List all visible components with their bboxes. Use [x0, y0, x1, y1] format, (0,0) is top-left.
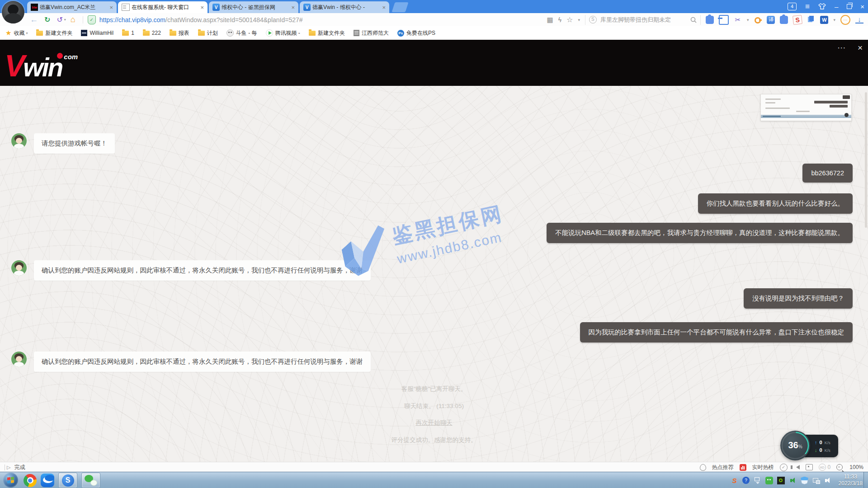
hot-recommend-toggle[interactable]: 热点推荐	[712, 464, 734, 471]
chat-close-icon[interactable]: ×	[858, 43, 863, 53]
memory-percent-ball[interactable]: 36 %	[780, 431, 810, 460]
search-box[interactable]: S 库里左脚韧带扭伤归期未定	[585, 15, 701, 25]
close-window-button[interactable]: ×	[860, 3, 864, 10]
bookmark-folder[interactable]: 报表	[170, 29, 189, 37]
site-security-shield-icon[interactable]: ✓	[88, 15, 96, 24]
extension-stamp-icon[interactable]: S	[793, 15, 802, 25]
download-manager-icon[interactable]: ↓	[855, 16, 863, 23]
tab-close-icon[interactable]: ×	[382, 4, 386, 11]
browser-profile-avatar[interactable]	[2, 1, 24, 23]
bookmark-williamhill[interactable]: WilliamHil	[81, 30, 113, 36]
tab-vwin-weiquan[interactable]: V 德赢Vwin - 维权中心 - ×	[300, 1, 389, 13]
extension-password-key-icon[interactable]	[754, 16, 762, 24]
tray-wechat-icon[interactable]	[765, 477, 773, 484]
folder-icon	[309, 31, 316, 36]
bookmark-folder[interactable]: 新建文件夹	[36, 29, 72, 37]
wechat-task-button[interactable]	[81, 473, 100, 488]
back-button[interactable]: ←	[30, 15, 38, 24]
repair-kit-icon[interactable]	[806, 464, 813, 470]
minimize-button[interactable]: –	[835, 3, 838, 10]
tab-vwin-ac-milan[interactable]: Vw 德赢Vwin.com_AC米兰 ×	[27, 1, 117, 13]
tab-weiquan-center[interactable]: V 维权中心 - 鉴黑担保网 ×	[209, 1, 298, 13]
search-engine-icon[interactable]: S	[589, 16, 597, 23]
browser-toolbar: ← ↻ ↺ ▾ ⌂ ✓ https://chat.vip8vip.com/cha…	[0, 13, 868, 27]
trending-toggle[interactable]: 实时热榜	[752, 464, 774, 471]
thunder-download-icon[interactable]	[41, 474, 54, 487]
extension-translate-icon[interactable]: 译	[767, 16, 775, 24]
folder-icon	[36, 31, 43, 36]
tab-close-icon[interactable]: ×	[291, 4, 295, 11]
ad-block-counter[interactable]: AD 0	[819, 464, 831, 471]
chrome-icon[interactable]	[24, 474, 37, 487]
extension-more-dots-icon[interactable]: ⋯	[840, 15, 850, 25]
mute-speaker-icon[interactable]	[796, 465, 800, 469]
tab-close-icon[interactable]: ×	[200, 4, 204, 11]
favorites-menu[interactable]: ★ 收藏 ▾	[5, 29, 28, 37]
bookmark-douyu[interactable]: 斗鱼 - 每	[226, 29, 257, 37]
tray-nvidia-icon[interactable]	[777, 477, 785, 484]
extension-word-icon[interactable]: W	[820, 16, 828, 24]
tray-security-shield-icon[interactable]	[801, 477, 808, 484]
favorites-dropdown-icon[interactable]: ▾	[26, 31, 28, 35]
zoom-level[interactable]: 100%	[849, 464, 863, 470]
security-check-icon[interactable]: ✓	[780, 464, 788, 471]
vwin-logo: Vwincom	[5, 48, 76, 83]
clock-date: 2022/3/18	[839, 480, 863, 487]
upload-arrow-icon: ↑	[815, 440, 817, 445]
extension-screenshot-icon[interactable]: ✂	[734, 16, 742, 24]
bookmark-folder[interactable]: 新建文件夹	[309, 29, 345, 37]
chat-more-icon[interactable]: ⋯	[837, 42, 846, 53]
chat-scrollbar[interactable]	[865, 92, 867, 228]
tab-count-badge[interactable]: 4	[788, 3, 797, 10]
logo-dot	[57, 53, 63, 59]
qr-code-icon[interactable]: ▦	[547, 16, 553, 24]
star-dropdown-icon[interactable]: ▾	[578, 18, 580, 22]
accelerator-lightning-icon[interactable]: ϟ	[558, 16, 561, 23]
show-desktop-button[interactable]	[863, 472, 868, 488]
bookmark-folder[interactable]: 计划	[198, 29, 218, 37]
start-button[interactable]	[3, 473, 18, 488]
extension-pages-icon[interactable]	[807, 16, 815, 24]
taskbar-clock[interactable]: 11:33 2022/3/18	[839, 474, 863, 487]
word-dropdown-icon[interactable]: ▾	[833, 18, 835, 22]
bookmark-jxnu[interactable]: 江西师范大	[354, 29, 389, 37]
bookmark-folder[interactable]: 222	[143, 30, 161, 36]
jxnu-icon	[354, 30, 359, 36]
user-message: 你们找人黑款也要看看别人玩的什么比赛好么。	[698, 193, 853, 214]
extension-puzzle-icon[interactable]	[706, 16, 714, 24]
theme-skin-icon[interactable]	[818, 3, 826, 10]
chat-message-row: bb2636722	[0, 164, 868, 183]
bookmark-star-icon[interactable]: ☆	[566, 15, 573, 24]
tray-expand-icon[interactable]	[754, 477, 761, 484]
extension-puzzle-icon[interactable]	[780, 16, 788, 24]
restart-chat-link[interactable]: 再次开始聊天	[0, 419, 868, 427]
chat-screenshot-thumbnail[interactable]	[760, 94, 852, 121]
bookmark-folder[interactable]: 1	[122, 30, 134, 36]
tab-chat-window-active[interactable]: 在线客服系统- 聊天窗口 ×	[118, 1, 208, 13]
tray-network-icon[interactable]	[812, 477, 820, 484]
bookmark-label: 新建文件夹	[318, 29, 345, 37]
bookmark-online-ps[interactable]: Ps免费在线PS	[397, 29, 435, 37]
address-bar[interactable]: https://chat.vip8vip.com/chatWindow.aspx…	[99, 16, 303, 23]
trending-chart-icon	[740, 464, 746, 471]
tab-close-icon[interactable]: ×	[109, 4, 113, 11]
tray-help-icon[interactable]: ?	[742, 477, 750, 484]
tray-volume-icon[interactable]	[824, 477, 832, 484]
menu-icon[interactable]: ≡	[805, 3, 810, 10]
screenshot-dropdown-icon[interactable]: ▾	[747, 18, 749, 22]
search-icon[interactable]	[690, 17, 697, 23]
extension-login-icon[interactable]	[719, 15, 729, 25]
refresh-button[interactable]: ↻	[44, 15, 50, 24]
bookmark-tencent-video[interactable]: 腾讯视频 -	[266, 29, 300, 37]
new-tab-button[interactable]	[392, 2, 408, 12]
zoom-icon[interactable]	[836, 464, 843, 470]
search-input[interactable]: 库里左脚韧带扭伤归期未定	[600, 16, 687, 24]
restore-button[interactable]	[847, 4, 852, 9]
tray-audio-manager-icon[interactable]	[789, 477, 797, 484]
undo-button[interactable]: ↺	[57, 15, 62, 24]
home-button[interactable]: ⌂	[71, 15, 75, 24]
sogou-browser-task-button[interactable]: S	[58, 473, 77, 488]
undo-dropdown-icon[interactable]: ▾	[64, 18, 66, 22]
speed-ball-widget[interactable]: ↑ 0 K/s ↓ 0 K/s 36 %	[780, 431, 840, 461]
tray-sogou-icon[interactable]: S	[731, 477, 738, 484]
